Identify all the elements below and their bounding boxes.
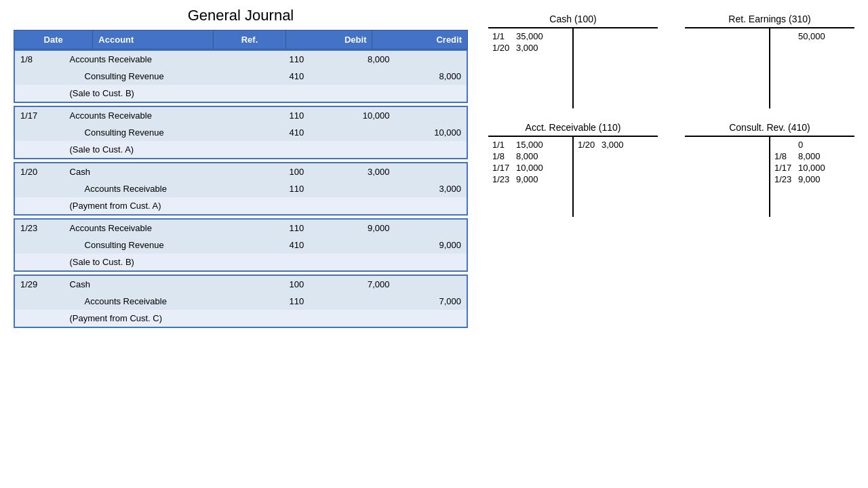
- t-account-debit-side: 1/135,0001/203,000: [488, 28, 574, 108]
- entry-debit: 3,000: [323, 163, 395, 180]
- t-row-date: 1/20: [492, 43, 516, 53]
- journal-title: General Journal: [14, 7, 468, 24]
- entry-debit: [323, 253, 395, 270]
- t-row-date: 1/1: [492, 31, 516, 41]
- col-header-credit: Credit: [372, 30, 468, 49]
- journal-entry-entry-1-17: 1/17Accounts Receivable11010,000Consulti…: [14, 106, 468, 159]
- t-account-ret-earnings: Ret. Earnings (310)50,000: [685, 14, 854, 108]
- entry-ref: [270, 253, 323, 270]
- entry-debit: 7,000: [323, 276, 395, 293]
- journal-row: 1/17Accounts Receivable11010,000: [15, 107, 467, 124]
- journal-entry-entry-1-20: 1/20Cash1003,000Accounts Receivable1103,…: [14, 162, 468, 216]
- journal-entry-entry-1-23: 1/23Accounts Receivable1109,000Consultin…: [14, 218, 468, 272]
- entry-date: [15, 124, 64, 141]
- t-row-date: [774, 140, 798, 150]
- entry-date: [15, 237, 64, 253]
- t-row-amount: 3,000: [516, 43, 568, 53]
- entry-debit: [323, 237, 395, 253]
- col-header-account: Account: [93, 30, 214, 49]
- t-debit-row: 1/115,000: [492, 140, 568, 150]
- journal-row: Consulting Revenue4109,000: [15, 237, 467, 253]
- t-row-date: 1/23: [492, 174, 516, 184]
- entry-credit: [395, 163, 467, 180]
- t-row-amount: 8,000: [516, 151, 568, 161]
- journal-row: (Sale to Cust. B): [15, 253, 467, 270]
- t-credit-row: 1/203,000: [578, 140, 654, 150]
- t-account-body: 01/88,0001/1710,0001/239,000: [685, 136, 854, 217]
- entry-account: Accounts Receivable: [64, 180, 270, 197]
- t-row-date: 1/17: [492, 163, 516, 173]
- col-header-ref: Ref.: [214, 30, 286, 49]
- entry-ref: 410: [270, 68, 323, 85]
- col-header-debit: Debit: [286, 30, 372, 49]
- entry-account: Accounts Receivable: [64, 51, 270, 68]
- entry-ref: 110: [270, 220, 323, 237]
- t-account-credit-side: [574, 28, 658, 108]
- entry-ref: 110: [270, 107, 323, 124]
- entry-date: [15, 253, 64, 270]
- col-header-date: Date: [14, 30, 93, 49]
- journal-row: 1/8Accounts Receivable1108,000: [15, 51, 467, 68]
- entry-debit: [323, 310, 395, 327]
- entry-date: [15, 293, 64, 310]
- entry-ref: [270, 141, 323, 158]
- entry-credit: 7,000: [395, 293, 467, 310]
- entry-account: Accounts Receivable: [64, 220, 270, 237]
- t-debit-row: 1/203,000: [492, 43, 568, 53]
- t-account-body: 1/135,0001/203,000: [488, 27, 658, 108]
- entry-account: (Sale to Cust. B): [64, 85, 270, 102]
- t-row-amount: 9,000: [798, 174, 850, 184]
- t-credit-row: 0: [774, 140, 850, 150]
- t-row-date: 1/1: [492, 140, 516, 150]
- t-accounts-section: Cash (100)1/135,0001/203,000Ret. Earning…: [468, 7, 854, 217]
- t-debit-row: 1/239,000: [492, 174, 568, 184]
- journal-row: Consulting Revenue4108,000: [15, 68, 467, 85]
- entry-account: (Payment from Cust. A): [64, 197, 270, 214]
- journal-row: 1/29Cash1007,000: [15, 276, 467, 293]
- entry-debit: [323, 85, 395, 102]
- entry-credit: 10,000: [395, 124, 467, 141]
- t-row-date: 1/23: [774, 174, 798, 184]
- entry-date: [15, 141, 64, 158]
- entry-credit: [395, 197, 467, 214]
- t-row-date: 1/17: [774, 163, 798, 173]
- entry-ref: 100: [270, 163, 323, 180]
- entry-date: [15, 180, 64, 197]
- journal-row: (Sale to Cust. A): [15, 141, 467, 158]
- entry-date: 1/29: [15, 276, 64, 293]
- entry-ref: 410: [270, 124, 323, 141]
- t-debit-row: 1/88,000: [492, 151, 568, 161]
- entry-date: 1/20: [15, 163, 64, 180]
- journal-row: (Sale to Cust. B): [15, 85, 467, 102]
- t-row-date: 1/20: [578, 140, 601, 150]
- entry-account: (Payment from Cust. C): [64, 310, 270, 327]
- t-debit-row: 1/1710,000: [492, 163, 568, 173]
- t-row-amount: 10,000: [798, 163, 850, 173]
- entry-date: 1/23: [15, 220, 64, 237]
- entry-debit: [323, 68, 395, 85]
- t-credit-row: 1/1710,000: [774, 163, 850, 173]
- entry-ref: 100: [270, 276, 323, 293]
- t-account-consult-rev: Consult. Rev. (410)01/88,0001/1710,0001/…: [685, 122, 854, 217]
- journal-section: General Journal Date Account Ref. Debit …: [14, 7, 468, 331]
- entry-credit: [395, 253, 467, 270]
- entry-debit: [323, 124, 395, 141]
- entry-credit: [395, 276, 467, 293]
- t-account-body: 50,000: [685, 27, 854, 108]
- entry-account: Consulting Revenue: [64, 124, 270, 141]
- journal-row: 1/20Cash1003,000: [15, 163, 467, 180]
- journal-row: 1/23Accounts Receivable1109,000: [15, 220, 467, 237]
- entry-account: (Sale to Cust. A): [64, 141, 270, 158]
- entry-account: (Sale to Cust. B): [64, 253, 270, 270]
- entry-ref: [270, 85, 323, 102]
- entry-ref: 110: [270, 180, 323, 197]
- entry-credit: [395, 141, 467, 158]
- entry-debit: [323, 180, 395, 197]
- entry-date: [15, 85, 64, 102]
- entry-credit: 3,000: [395, 180, 467, 197]
- journal-row: Accounts Receivable1103,000: [15, 180, 467, 197]
- t-account-body: 1/115,0001/88,0001/1710,0001/239,0001/20…: [488, 136, 658, 217]
- t-row-amount: 8,000: [798, 151, 850, 161]
- entry-debit: [323, 197, 395, 214]
- entry-credit: [395, 85, 467, 102]
